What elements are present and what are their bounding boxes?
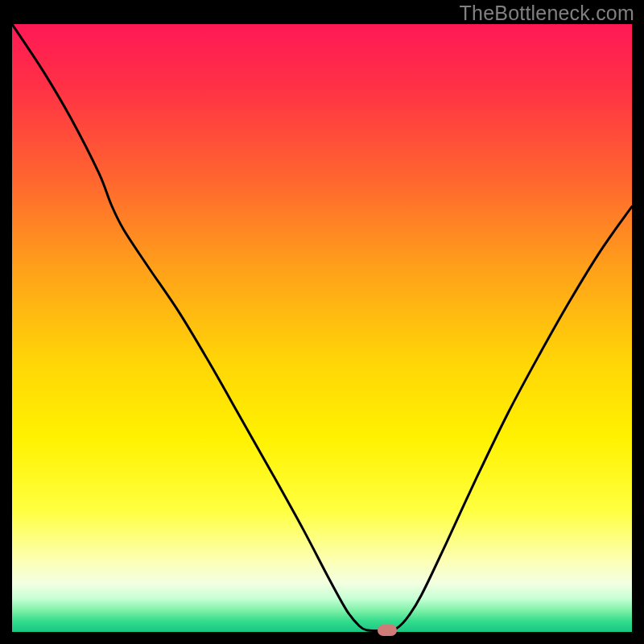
plot-area [12, 24, 632, 632]
watermark-text: TheBottleneck.com [460, 2, 634, 25]
chart-container: TheBottleneck.com [0, 0, 644, 644]
gradient-background [12, 24, 632, 632]
optimal-point-marker [378, 625, 397, 636]
chart-svg [12, 24, 632, 632]
